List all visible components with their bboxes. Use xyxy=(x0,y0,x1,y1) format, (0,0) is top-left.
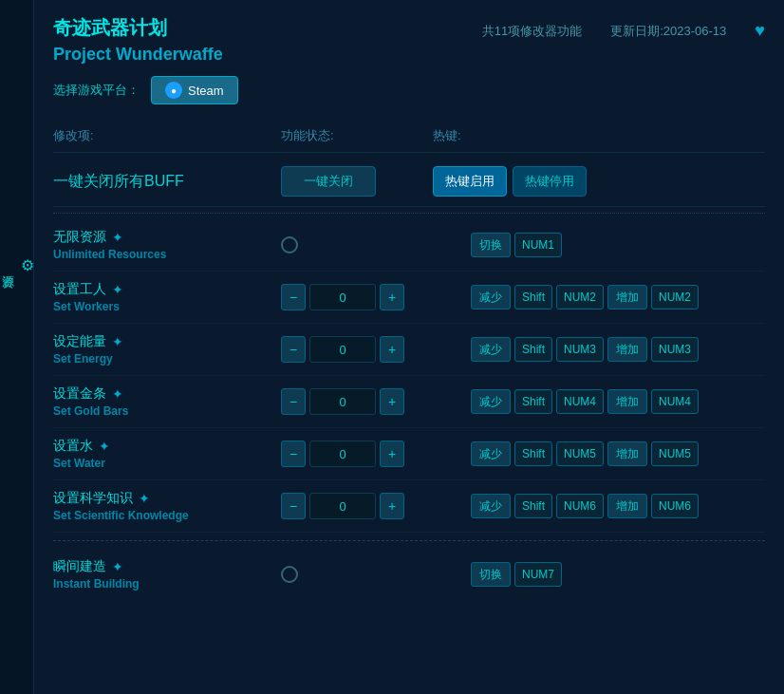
global-buff-row: 一键关闭所有BUFF 一键关闭 热键启用 热键停用 xyxy=(53,157,765,207)
cheat-row-set-gold-bars: 设置金条 ✦ Set Gold Bars − + 减少 Shift NUM4 增… xyxy=(53,376,765,428)
plus-button-2[interactable]: + xyxy=(380,336,404,363)
hotkey-row-1: 减少 Shift NUM2 增加 NUM2 xyxy=(471,285,765,309)
cheat-row-set-energy: 设定能量 ✦ Set Energy − + 减少 Shift NUM3 增加 N… xyxy=(53,324,765,376)
col-hotkey-label: 热键: xyxy=(433,127,765,144)
number-input-2[interactable] xyxy=(309,336,376,363)
number-input-5[interactable] xyxy=(309,493,376,519)
cheat-name-block-bottom: 瞬间建造 ✦ Instant Building xyxy=(53,558,281,591)
global-buff-name: 一键关闭所有BUFF xyxy=(53,172,281,192)
num-increase-badge-5: NUM6 xyxy=(651,494,699,518)
hotkey-disable-button[interactable]: 热键停用 xyxy=(513,166,587,197)
star-icon-0[interactable]: ✦ xyxy=(112,230,123,245)
reduce-btn-2[interactable]: 减少 xyxy=(471,337,511,362)
cheat-row-set-scientific-knowledge: 设置科学知识 ✦ Set Scientific Knowledge − + 减少… xyxy=(53,480,765,533)
header-meta: 共11项修改器功能 更新日期:2023-06-13 ♥ xyxy=(482,15,765,41)
cheat-name-en-3: Set Gold Bars xyxy=(53,404,281,418)
cheat-name-block-0: 无限资源 ✦ Unlimited Resources xyxy=(53,229,281,261)
reduce-btn-5[interactable]: 减少 xyxy=(471,494,511,518)
shift-badge-1: Shift xyxy=(514,285,552,309)
number-group-1: − + xyxy=(281,284,471,310)
steam-platform-button[interactable]: ● Steam xyxy=(151,76,238,104)
reduce-btn-4[interactable]: 减少 xyxy=(471,441,511,466)
main-content: 奇迹武器计划 Project Wunderwaffe 共11项修改器功能 更新日… xyxy=(34,0,784,694)
key-badge-0: NUM1 xyxy=(514,233,562,257)
col-status-label: 功能状态: xyxy=(281,127,433,144)
plus-button-3[interactable]: + xyxy=(380,388,404,415)
minus-button-2[interactable]: − xyxy=(281,336,306,363)
toggle-circle-0[interactable] xyxy=(281,236,298,253)
cheat-row-set-water: 设置水 ✦ Set Water − + 减少 Shift NUM5 增加 NUM… xyxy=(53,428,765,480)
star-icon-5[interactable]: ✦ xyxy=(139,491,150,506)
cheat-name-block-3: 设置金条 ✦ Set Gold Bars xyxy=(53,385,281,418)
star-icon-3[interactable]: ✦ xyxy=(112,386,123,402)
increase-btn-3[interactable]: 增加 xyxy=(607,389,647,414)
cheat-row-set-workers: 设置工人 ✦ Set Workers − + 减少 Shift NUM2 增加 … xyxy=(53,272,765,324)
number-group-5: − + xyxy=(281,493,471,519)
cheat-name-en-5: Set Scientific Knowledge xyxy=(53,509,281,522)
num-reduce-badge-2: NUM3 xyxy=(556,337,604,362)
hotkey-switch-group-0: 切换 NUM1 xyxy=(471,233,765,257)
hotkey-row-2: 减少 Shift NUM3 增加 NUM3 xyxy=(471,337,765,362)
cheat-name-cn-2: 设定能量 ✦ xyxy=(53,333,281,350)
plus-button-4[interactable]: + xyxy=(380,441,404,467)
cheat-name-cn-0: 无限资源 ✦ xyxy=(53,229,281,246)
steam-logo-icon: ● xyxy=(165,82,182,99)
minus-button-5[interactable]: − xyxy=(281,493,306,519)
cheat-name-block-2: 设定能量 ✦ Set Energy xyxy=(53,333,281,366)
num-reduce-badge-3: NUM4 xyxy=(556,389,604,414)
key-badge-bottom: NUM7 xyxy=(514,562,562,587)
platform-section: 选择游戏平台： ● Steam xyxy=(53,76,765,104)
global-hotkey-group: 热键启用 热键停用 xyxy=(433,166,765,197)
num-increase-badge-4: NUM5 xyxy=(651,441,699,466)
number-group-3: − + xyxy=(281,388,471,415)
cheat-name-block-1: 设置工人 ✦ Set Workers xyxy=(53,281,281,313)
num-reduce-badge-1: NUM2 xyxy=(556,285,604,309)
cheat-name-en-4: Set Water xyxy=(53,457,281,470)
number-input-3[interactable] xyxy=(309,388,376,415)
shift-badge-4: Shift xyxy=(514,441,552,466)
increase-btn-2[interactable]: 增加 xyxy=(607,337,647,362)
switch-button-0[interactable]: 切换 xyxy=(471,233,511,257)
cheat-row-instant-building: 瞬间建造 ✦ Instant Building 切换 NUM7 xyxy=(53,549,765,600)
number-input-1[interactable] xyxy=(309,284,376,310)
hotkey-row-3: 减少 Shift NUM4 增加 NUM4 xyxy=(471,389,765,414)
shift-badge-5: Shift xyxy=(514,494,552,518)
increase-btn-1[interactable]: 增加 xyxy=(607,285,647,309)
header: 奇迹武器计划 Project Wunderwaffe 共11项修改器功能 更新日… xyxy=(53,15,765,65)
number-group-2: − + xyxy=(281,336,471,363)
cheat-row-unlimited-resources: 无限资源 ✦ Unlimited Resources 切换 NUM1 xyxy=(53,219,765,272)
toggle-circle-bottom[interactable] xyxy=(281,566,298,583)
cheat-name-cn-5: 设置科学知识 ✦ xyxy=(53,490,281,507)
shift-badge-2: Shift xyxy=(514,337,552,362)
switch-button-bottom[interactable]: 切换 xyxy=(471,562,511,587)
number-input-4[interactable] xyxy=(309,441,376,467)
reduce-btn-1[interactable]: 减少 xyxy=(471,285,511,309)
minus-button-4[interactable]: − xyxy=(281,441,306,467)
star-icon-4[interactable]: ✦ xyxy=(99,439,110,454)
cheat-name-cn-1: 设置工人 ✦ xyxy=(53,281,281,298)
cheat-name-en-bottom: Instant Building xyxy=(53,577,281,591)
minus-button-1[interactable]: − xyxy=(281,284,306,310)
divider-1 xyxy=(53,213,765,214)
plus-button-5[interactable]: + xyxy=(380,493,404,519)
title-english: Project Wunderwaffe xyxy=(53,45,482,65)
increase-btn-5[interactable]: 增加 xyxy=(607,494,647,518)
cheat-name-en-1: Set Workers xyxy=(53,300,281,313)
increase-btn-4[interactable]: 增加 xyxy=(607,441,647,466)
global-toggle-button[interactable]: 一键关闭 xyxy=(281,166,376,197)
star-icon-bottom[interactable]: ✦ xyxy=(112,559,123,574)
heart-icon[interactable]: ♥ xyxy=(755,21,765,41)
star-icon-1[interactable]: ✦ xyxy=(112,282,123,297)
cheat-name-cn-4: 设置水 ✦ xyxy=(53,438,281,455)
minus-button-3[interactable]: − xyxy=(281,388,306,415)
hotkey-enable-button[interactable]: 热键启用 xyxy=(433,166,507,197)
num-increase-badge-2: NUM3 xyxy=(651,337,699,362)
sidebar-item-resources[interactable]: ⚙ 资源 xyxy=(0,247,34,284)
star-icon-2[interactable]: ✦ xyxy=(112,334,123,349)
cheat-name-cn-3: 设置金条 ✦ xyxy=(53,385,281,403)
plus-button-1[interactable]: + xyxy=(380,284,404,310)
reduce-btn-3[interactable]: 减少 xyxy=(471,389,511,414)
shift-badge-3: Shift xyxy=(514,389,552,414)
app-container: ⚙ 资源 奇迹武器计划 Project Wunderwaffe 共11项修改器功… xyxy=(0,0,784,694)
hotkey-row-4: 减少 Shift NUM5 增加 NUM5 xyxy=(471,441,765,466)
